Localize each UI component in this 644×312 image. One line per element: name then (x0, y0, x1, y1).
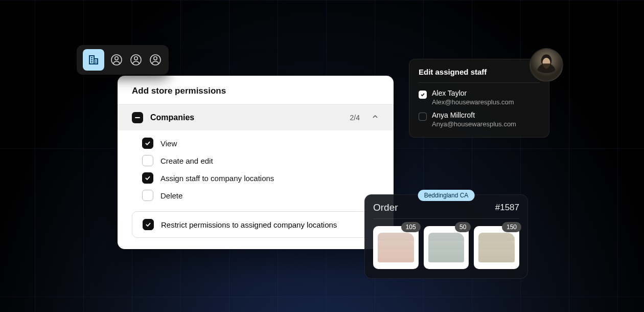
user-icon (130, 54, 142, 66)
perm-label: Create and edit (160, 157, 213, 165)
order-number: #1587 (495, 203, 519, 213)
svg-point-10 (134, 57, 137, 60)
product-tile-3[interactable]: 150 (474, 226, 519, 269)
checkbox[interactable] (143, 219, 154, 230)
restrict-permissions-box[interactable]: Restrict permissions to assigned company… (132, 211, 379, 238)
perm-item-create[interactable]: Create and edit (142, 155, 379, 166)
permissions-card: Add store permissions Companies 2/4 View… (118, 76, 394, 249)
staff-title: Edit assigned staff (419, 68, 540, 76)
checkbox[interactable] (419, 91, 427, 99)
order-title: Order (373, 202, 398, 213)
assigned-staff-card: Edit assigned staff Alex Taylor Alex@hou… (409, 59, 549, 138)
perm-item-delete[interactable]: Delete (142, 190, 379, 201)
checkbox[interactable] (142, 155, 153, 166)
perm-label: Delete (160, 191, 182, 200)
staff-email: Alex@housewaresplus.com (432, 98, 514, 106)
divider (373, 218, 519, 219)
product-qty: 105 (401, 222, 421, 232)
user-slot-3[interactable] (148, 53, 163, 67)
user-slot-1[interactable] (109, 53, 124, 67)
staff-row-1[interactable]: Alex Taylor Alex@housewaresplus.com (419, 89, 540, 106)
svg-point-12 (154, 57, 157, 60)
building-icon (87, 54, 100, 66)
perm-item-assign[interactable]: Assign staff to company locations (142, 172, 379, 184)
location-badge: Beddingland CA (418, 190, 475, 201)
product-image (428, 233, 465, 263)
product-row: 105 50 150 (373, 226, 519, 269)
staff-email: Anya@housewaresplus.com (432, 120, 516, 128)
staff-row-2[interactable]: Anya Millcroft Anya@housewaresplus.com (419, 111, 540, 128)
perm-label: View (160, 139, 177, 148)
checkbox[interactable] (142, 138, 153, 149)
companies-section-header[interactable]: Companies 2/4 (118, 105, 394, 130)
product-tile-2[interactable]: 50 (424, 226, 469, 269)
permissions-title: Add store permissions (118, 76, 394, 104)
company-tab-button[interactable] (83, 49, 104, 71)
staff-name: Alex Taylor (432, 89, 514, 97)
divider (419, 82, 540, 83)
user-slot-2[interactable] (129, 53, 143, 67)
order-card: Beddingland CA Order #1587 105 50 150 (364, 194, 528, 279)
user-icon (149, 54, 162, 66)
user-icon (110, 54, 123, 66)
perm-label: Assign staff to company locations (160, 174, 274, 183)
perm-item-view[interactable]: View (142, 138, 379, 149)
companies-count: 2/4 (350, 114, 360, 122)
staff-name: Anya Millcroft (432, 111, 516, 119)
avatar (530, 48, 563, 82)
checkbox[interactable] (419, 113, 427, 121)
restrict-label: Restrict permissions to assigned company… (161, 220, 337, 229)
permissions-list: View Create and edit Assign staff to com… (118, 130, 394, 211)
companies-label: Companies (150, 113, 194, 122)
product-image (378, 233, 414, 263)
product-tile-1[interactable]: 105 (373, 226, 419, 269)
chevron-up-icon (371, 113, 379, 123)
checkbox-indeterminate[interactable] (132, 112, 143, 123)
user-toolbar (77, 45, 169, 75)
product-qty: 50 (455, 222, 471, 232)
svg-point-8 (115, 57, 118, 60)
checkbox[interactable] (142, 172, 153, 184)
checkbox[interactable] (142, 190, 153, 201)
product-qty: 150 (502, 222, 521, 232)
product-image (478, 233, 515, 263)
